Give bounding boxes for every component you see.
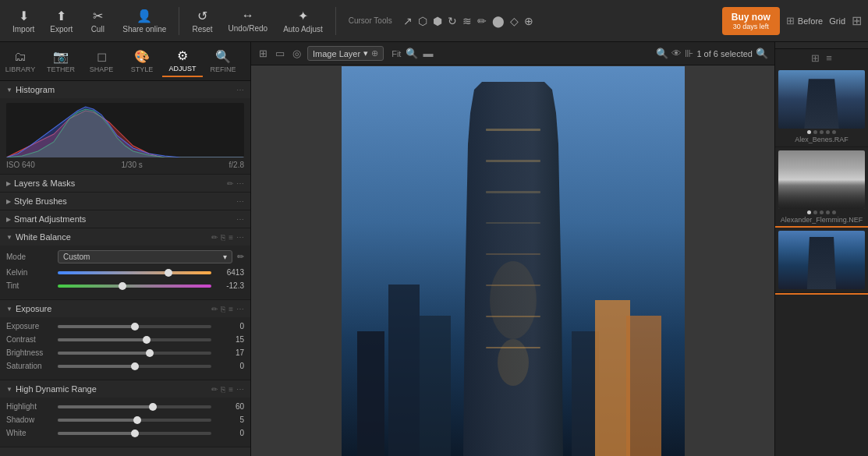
zoom-search-icon[interactable]: 🔍 [406, 48, 418, 59]
search-right-icon[interactable]: 🔍 [656, 48, 668, 59]
tab-refine[interactable]: 🔍 REFINE [203, 46, 243, 76]
hdr-header[interactable]: ▼ High Dynamic Range ✏ ⎘ ≡ ⋯ [0, 380, 250, 398]
filmstrip-view-icon[interactable]: ⊞ [811, 52, 820, 64]
brightness-slider[interactable] [58, 352, 211, 355]
search-count-icon[interactable]: 🔍 [756, 48, 768, 59]
export-button[interactable]: ⬆ Export [44, 5, 79, 37]
histogram-info: ISO 640 1/30 s f/2.8 [6, 161, 244, 169]
film-strip-item[interactable]: Alexander_Flemming.NEF [775, 147, 868, 228]
histogram-header[interactable]: ▼ Histogram ⋯ [0, 81, 250, 98]
hdr-edit-icon[interactable]: ✏ [211, 385, 218, 394]
grid-button[interactable]: Grid [829, 16, 845, 26]
thumb-image-2 [778, 150, 865, 209]
cursor-tool-3[interactable]: ⬢ [431, 13, 444, 29]
view-single-icon[interactable]: ▭ [274, 46, 286, 61]
wb-mode-label: Mode [6, 253, 53, 261]
cursor-tool-1[interactable]: ↗ [402, 13, 414, 29]
buy-button[interactable]: Buy now 30 days left [722, 7, 780, 35]
cursor-tool-6[interactable]: ✏ [476, 13, 488, 29]
white-slider[interactable] [58, 432, 211, 435]
style-brushes-header[interactable]: ▶ Style Brushes ⋯ [0, 193, 250, 210]
compare-icon[interactable]: ⊪ [685, 48, 693, 59]
thumb-dots-1 [778, 130, 865, 134]
histogram-more-icon[interactable]: ⋯ [236, 86, 244, 94]
filmstrip-sort-icon[interactable]: ≡ [826, 52, 832, 64]
cull-button[interactable]: ✂ Cull [82, 5, 113, 37]
highlight-fill [58, 405, 153, 408]
histogram-shutter: 1/30 s [121, 161, 142, 169]
exposure-copy-icon[interactable]: ⎘ [221, 305, 225, 313]
hdr-copy-icon[interactable]: ⎘ [221, 385, 225, 394]
exposure-more-icon[interactable]: ⋯ [236, 305, 244, 313]
eye-icon[interactable]: 👁 [671, 48, 682, 59]
undoredo-button[interactable]: ↔ Undo/Redo [222, 5, 275, 36]
wb-edit-icon[interactable]: ✏ [211, 233, 218, 242]
brightness-thumb[interactable] [146, 349, 154, 357]
cursor-tool-8[interactable]: ◇ [508, 13, 520, 29]
highlight-slider[interactable] [58, 405, 211, 408]
hdr-list-icon[interactable]: ≡ [229, 385, 233, 394]
reset-button[interactable]: ↺ Reset [186, 5, 218, 37]
cursor-tool-4[interactable]: ↻ [446, 13, 459, 29]
layers-edit-icon[interactable]: ✏ [227, 179, 233, 188]
layers-more-icon[interactable]: ⋯ [236, 179, 244, 188]
tab-tether[interactable]: 📷 TETHER [41, 46, 81, 76]
white-balance-header[interactable]: ▼ White Balance ✏ ⎘ ≡ ⋯ [0, 228, 250, 246]
wb-mode-edit-icon[interactable]: ✏ [237, 252, 244, 262]
exposure-body: Exposure 0 Contrast 15 Brigh [0, 317, 250, 380]
shadow-thumb[interactable] [133, 416, 141, 424]
import-button[interactable]: ⬇ Import [6, 5, 41, 37]
cursor-tool-9[interactable]: ⊕ [523, 13, 535, 29]
exposure-section: ▼ Exposure ✏ ⎘ ≡ ⋯ Exposure 0 [0, 300, 250, 380]
brushes-more-icon[interactable]: ⋯ [236, 197, 244, 206]
layer-select[interactable]: Image Layer ▾ ⊕ [307, 46, 384, 61]
wb-more-icon[interactable]: ⋯ [236, 233, 244, 242]
view-grid-icon[interactable]: ⊞ [257, 46, 269, 61]
hdr-more-icon[interactable]: ⋯ [236, 385, 244, 394]
canvas-area[interactable] [251, 65, 774, 456]
svg-rect-4 [486, 191, 540, 193]
exposure-header[interactable]: ▼ Exposure ✏ ⎘ ≡ ⋯ [0, 300, 250, 317]
share-button[interactable]: 👤 Share online [116, 5, 172, 37]
tab-adjust[interactable]: ⚙ ADJUST [162, 45, 203, 77]
exposure-edit-icon[interactable]: ✏ [211, 305, 218, 313]
contrast-thumb[interactable] [143, 336, 151, 344]
brightness-row: Brightness 17 [6, 348, 244, 357]
cursor-tool-5[interactable]: ≋ [461, 13, 473, 29]
autoadjust-button[interactable]: ✦ Auto Adjust [277, 5, 329, 37]
kelvin-slider[interactable] [58, 271, 211, 274]
tab-shape[interactable]: ◻ SHAPE [81, 46, 122, 76]
tab-library[interactable]: 🗂 LIBRARY [0, 47, 41, 76]
exposure-list-icon[interactable]: ≡ [229, 305, 233, 313]
grid-icon[interactable]: ⊞ [852, 13, 862, 28]
zoom-bar-icon[interactable]: ▬ [423, 48, 433, 59]
film-strip-item[interactable] [775, 228, 868, 293]
kelvin-thumb[interactable] [165, 269, 172, 277]
saturation-thumb[interactable] [131, 362, 139, 370]
cursor-tool-2[interactable]: ⬡ [416, 13, 429, 29]
exposure-slider[interactable] [58, 325, 211, 328]
wb-list-icon[interactable]: ≡ [229, 233, 233, 242]
film-strip-item[interactable]: Alex_Benes.RAF [775, 67, 868, 147]
panels-icon[interactable]: ⊞ [786, 15, 795, 27]
wb-copy-icon[interactable]: ⎘ [221, 233, 225, 242]
exposure-thumb[interactable] [131, 323, 139, 331]
shadow-fill [58, 419, 137, 422]
tab-style[interactable]: 🎨 STYLE [122, 46, 162, 76]
saturation-slider[interactable] [58, 365, 211, 368]
white-thumb[interactable] [131, 429, 139, 437]
cursor-tool-7[interactable]: ⬤ [491, 13, 506, 29]
panel-more-button[interactable]: ⋮ [243, 53, 251, 69]
smart-more-icon[interactable]: ⋯ [236, 215, 244, 224]
shadow-slider[interactable] [58, 419, 211, 422]
contrast-slider[interactable] [58, 338, 211, 341]
smart-adjustments-header[interactable]: ▶ Smart Adjustments ⋯ [0, 210, 250, 228]
tint-value: -12.3 [216, 281, 244, 290]
view-compare-icon[interactable]: ◎ [291, 46, 303, 61]
tint-thumb[interactable] [119, 282, 126, 290]
highlight-thumb[interactable] [149, 403, 157, 411]
layer-add-icon[interactable]: ⊕ [371, 48, 378, 58]
tint-slider[interactable] [58, 285, 211, 288]
layers-masks-header[interactable]: ▶ Layers & Masks ✏ ⋯ [0, 175, 250, 192]
wb-mode-select[interactable]: Custom ▾ [58, 250, 232, 263]
